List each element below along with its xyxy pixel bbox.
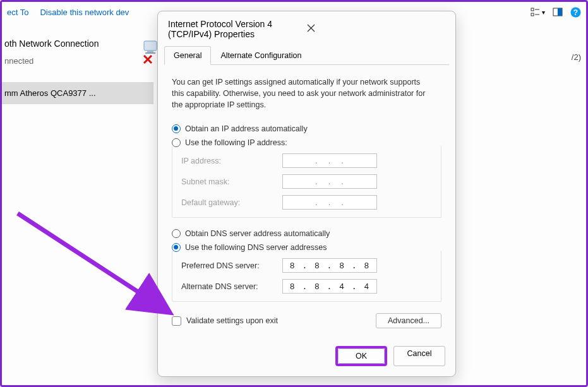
field-preferred-dns: Preferred DNS server: 8. 8. 8. 8 bbox=[181, 258, 432, 273]
dns-fieldset: Preferred DNS server: 8. 8. 8. 8 Alterna… bbox=[172, 251, 441, 302]
dialog-titlebar: Internet Protocol Version 4 (TCP/IPv4) P… bbox=[158, 11, 455, 45]
radio-label: Obtain an IP address automatically bbox=[185, 124, 308, 133]
field-label: Default gateway: bbox=[181, 198, 282, 207]
ipv4-properties-dialog: Internet Protocol Version 4 (TCP/IPv4) P… bbox=[157, 11, 456, 377]
dialog-footer: OK Cancel bbox=[158, 338, 455, 376]
ok-highlight: OK bbox=[335, 346, 387, 366]
field-label: Subnet mask: bbox=[181, 177, 282, 186]
connection-name: oth Network Connection bbox=[2, 33, 153, 54]
radio-ip-auto[interactable]: Obtain an IP address automatically bbox=[172, 124, 441, 133]
field-label: Preferred DNS server: bbox=[181, 261, 282, 270]
checkbox-icon bbox=[172, 316, 181, 326]
dialog-title: Internet Protocol Version 4 (TCP/IPv4) P… bbox=[168, 19, 307, 39]
svg-rect-1 bbox=[531, 13, 534, 16]
tab-strip: General Alternate Configuration bbox=[164, 45, 449, 65]
disable-device-link[interactable]: Disable this network dev bbox=[40, 8, 129, 17]
annotation-arrow-icon bbox=[15, 210, 179, 324]
svg-rect-0 bbox=[531, 8, 534, 11]
view-options-icon[interactable]: ▾ bbox=[531, 7, 545, 17]
svg-text:?: ? bbox=[573, 8, 578, 16]
alternate-dns-input[interactable]: 8. 8. 4. 4 bbox=[282, 279, 377, 294]
adapter-item[interactable]: mm Atheros QCA9377 ... bbox=[2, 82, 153, 104]
svg-rect-10 bbox=[145, 52, 155, 54]
radio-icon bbox=[172, 229, 181, 238]
preferred-dns-input[interactable]: 8. 8. 8. 8 bbox=[282, 258, 377, 273]
radio-icon bbox=[172, 124, 181, 133]
connect-to-link[interactable]: ect To bbox=[7, 8, 28, 17]
svg-line-15 bbox=[18, 213, 163, 308]
radio-dns-auto[interactable]: Obtain DNS server address automatically bbox=[172, 229, 441, 238]
ip-fieldset: IP address: ... Subnet mask: ... Default… bbox=[172, 146, 441, 218]
field-default-gateway: Default gateway: ... bbox=[181, 195, 432, 210]
count-label: /2) bbox=[572, 52, 581, 62]
connection-panel: oth Network Connection nnected mm Athero… bbox=[2, 33, 153, 104]
preview-pane-icon[interactable] bbox=[553, 7, 563, 17]
field-label: IP address: bbox=[181, 157, 282, 165]
help-icon[interactable]: ? bbox=[570, 7, 581, 18]
close-icon[interactable] bbox=[307, 24, 446, 34]
ip-address-input: ... bbox=[282, 153, 377, 168]
bottom-options-row: Validate settings upon exit Advanced... bbox=[172, 313, 441, 328]
radio-label: Use the following IP address: bbox=[185, 138, 287, 147]
radio-label: Obtain DNS server address automatically bbox=[185, 229, 330, 238]
field-alternate-dns: Alternate DNS server: 8. 8. 4. 4 bbox=[181, 279, 432, 294]
radio-label: Use the following DNS server addresses bbox=[185, 243, 327, 252]
ok-button[interactable]: OK bbox=[338, 348, 385, 364]
field-ip-address: IP address: ... bbox=[181, 153, 432, 168]
svg-rect-5 bbox=[558, 8, 562, 16]
intro-text: You can get IP settings assigned automat… bbox=[172, 76, 431, 110]
field-label: Alternate DNS server: bbox=[181, 282, 282, 291]
svg-rect-9 bbox=[147, 51, 153, 52]
field-subnet-mask: Subnet mask: ... bbox=[181, 174, 432, 189]
general-pane: You can get IP settings assigned automat… bbox=[158, 65, 455, 338]
dns-group: Obtain DNS server address automatically … bbox=[172, 229, 441, 302]
svg-rect-8 bbox=[144, 41, 157, 51]
validate-checkbox-row[interactable]: Validate settings upon exit bbox=[172, 316, 278, 326]
cancel-button[interactable]: Cancel bbox=[393, 346, 445, 366]
tab-general[interactable]: General bbox=[164, 46, 211, 65]
connection-status: nnected bbox=[2, 54, 153, 68]
advanced-button[interactable]: Advanced... bbox=[376, 313, 441, 328]
gateway-input: ... bbox=[282, 195, 377, 210]
tab-alternate[interactable]: Alternate Configuration bbox=[211, 46, 311, 65]
checkbox-label: Validate settings upon exit bbox=[186, 316, 278, 325]
subnet-mask-input: ... bbox=[282, 174, 377, 189]
